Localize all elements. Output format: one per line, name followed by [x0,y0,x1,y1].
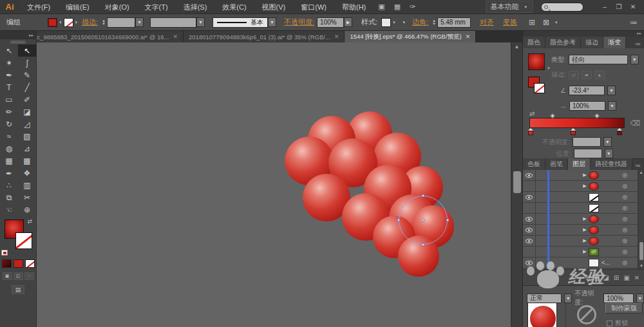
chevron-down-icon[interactable]: ▼ [607,86,616,95]
align-link[interactable]: 对齐 [477,17,497,27]
chevron-down-icon[interactable]: ▼ [603,137,612,147]
draw-normal-mode-button[interactable]: ▣ [3,272,12,280]
layer-thumbnail-sphere[interactable] [589,171,599,180]
gradient-tab-颜色[interactable]: 颜色 [523,37,545,48]
stop-opacity-field[interactable] [573,137,601,147]
gradient-angle-field[interactable]: -23.4° [569,86,605,95]
eye-icon[interactable] [526,173,533,178]
expand-triangle-icon[interactable]: ▶ [581,249,589,254]
pencil-tool[interactable]: ✏ [0,106,18,118]
control-panel-menu-icon[interactable]: ≔ [626,18,644,27]
menu-item-T[interactable]: 文字(T) [137,0,176,14]
close-icon[interactable]: ✕ [173,33,178,40]
align-to-selection-icon[interactable]: ⊞ [525,18,539,27]
tools-panel-header[interactable]: ▸▸ [0,31,36,39]
anchor-point[interactable] [422,219,424,221]
anchor-point[interactable] [446,219,449,221]
curvature-tool[interactable]: ✎ [18,69,36,81]
draw-behind-mode-button[interactable]: ◱ [14,272,23,280]
stroke-color-indicator[interactable] [15,232,32,249]
magic-wand-tool[interactable]: ✶ [0,57,18,69]
visibility-cell[interactable] [523,170,536,180]
stroke-across-icon[interactable]: ▲ [594,71,605,79]
gradient-button[interactable] [2,259,12,268]
target-icon[interactable]: ◎ [622,216,627,222]
visibility-cell[interactable] [523,247,536,257]
swap-fill-stroke-icon[interactable]: ⇄ [27,218,32,225]
panel-menu-icon[interactable]: ≔ [635,41,644,48]
eraser-tool[interactable]: ◪ [18,106,36,118]
document-tab[interactable]: Nipic_9885883_20150605101634669000.ai* @… [21,31,184,42]
layer-thumbnail-sphere[interactable] [589,237,599,245]
menu-item-W[interactable]: 窗口(W) [293,0,334,14]
default-fill-stroke-icon[interactable] [1,250,8,256]
arrange-documents-icon[interactable]: ▦ [390,3,405,11]
layer-row[interactable]: ◎ [523,203,638,214]
layer-row[interactable]: ◎ [523,192,638,203]
reverse-gradient-icon[interactable]: ⇄ [529,110,535,117]
rotate-90-icon[interactable]: ⊠ [539,18,553,27]
minimize-button[interactable]: – [598,2,612,12]
symbol-sprayer-tool[interactable]: ∴ [0,179,18,191]
scroll-up-icon[interactable]: ▲ [638,170,644,176]
scroll-up-icon[interactable]: ▲ [511,42,522,51]
visibility-cell[interactable] [523,214,536,224]
gradient-tab-描边[interactable]: 描边 [581,37,603,48]
document-tab[interactable]: 1544 [转换].eps* @ 466.47% (RGB/预览)✕ [345,31,476,42]
eye-icon[interactable] [526,228,533,232]
close-icon[interactable]: ✕ [334,33,339,40]
stroke-color-swatch[interactable] [64,18,73,27]
selection-tool[interactable]: ↖ [0,44,18,57]
stop-location-field[interactable] [574,149,602,158]
zoom-tool[interactable]: ⊕ [18,203,36,216]
none-button[interactable] [25,259,35,268]
scale-tool[interactable]: ◿ [18,118,36,130]
locate-object-icon[interactable]: ⌖ [595,274,599,281]
tools-panel-grip[interactable] [10,41,26,44]
visibility-cell[interactable] [523,236,536,246]
expand-triangle-icon[interactable]: ▶ [581,183,589,189]
layer-thumbnail-green[interactable] [589,248,599,256]
pen-tool[interactable]: ✒ [0,69,18,81]
layers-tab-画笔[interactable]: 画笔 [545,158,568,170]
gradient-type-select[interactable]: 径向 [569,55,628,64]
canvas-vertical-scrollbar[interactable]: ▲ [511,42,522,327]
object-thumbnail[interactable] [527,303,557,327]
chevron-down-icon[interactable]: ▼ [196,17,205,27]
stroke-along-icon[interactable]: ▰ [582,71,592,79]
gradient-stop[interactable] [528,128,534,136]
corner-link[interactable]: 边角: [410,17,431,27]
new-sublayer-icon[interactable]: ⊞ [614,274,619,281]
opacity-field[interactable]: 100% [317,17,344,28]
menu-item-O[interactable]: 对象(O) [97,0,137,14]
layer-row[interactable]: <...◎ [523,257,638,268]
target-icon[interactable]: ◎ [622,205,627,211]
layer-thumbnail-none[interactable] [589,204,599,212]
column-graph-tool[interactable]: ▥ [18,179,36,191]
chevron-down-icon[interactable]: ▼ [630,55,639,64]
gradient-tab-渐变[interactable]: 渐变 [603,37,626,48]
panel-menu-icon[interactable]: ≔ [635,162,644,170]
rectangle-tool[interactable]: ▭ [0,93,18,106]
eye-icon[interactable] [526,195,533,200]
expand-triangle-icon[interactable]: ▶ [581,173,589,178]
chevron-down-icon[interactable]: ▾ [73,20,80,25]
corner-field[interactable]: 5.48 mm [437,17,471,28]
fill-color-swatch[interactable] [48,18,57,27]
visibility-cell[interactable] [523,257,536,268]
make-mask-button[interactable]: 制作蒙版 [605,303,643,313]
type-tool[interactable]: T [0,81,18,93]
chevron-down-icon[interactable]: ▼ [135,17,144,27]
gradient-midpoint[interactable] [550,113,555,118]
target-icon[interactable]: ◎ [622,248,627,255]
stroke-within-icon[interactable]: ▱ [569,71,579,79]
menu-item-F[interactable]: 文件(F) [19,0,58,14]
anchor-point[interactable] [397,219,400,221]
scrollbar-thumb[interactable] [513,171,521,193]
chevron-right-icon[interactable]: ▶ [344,17,352,27]
layer-thumbnail-sphere[interactable] [589,215,599,223]
make-clipping-mask-icon[interactable]: ◪ [603,274,609,281]
scroll-down-icon[interactable]: ▼ [638,263,644,269]
draw-inside-mode-button[interactable]: ◳ [24,272,34,280]
brush-definition-select[interactable]: 基本 [213,17,268,28]
